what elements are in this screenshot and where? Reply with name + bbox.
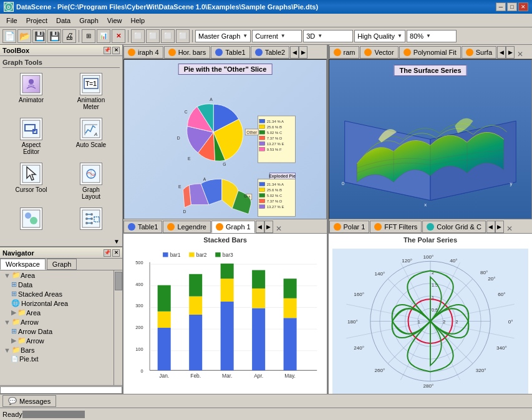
delete-button[interactable]: ✕	[112, 29, 125, 43]
animation-meter-tool[interactable]: T=1 AnimationMeter	[62, 70, 120, 113]
menu-view[interactable]: View	[104, 16, 126, 26]
top-left-scroll-left[interactable]: ◀	[290, 46, 299, 59]
graph-layout-tool[interactable]: GraphLayout	[62, 160, 120, 203]
bottom-right-scroll-right[interactable]: ▶	[495, 221, 504, 233]
menu-help[interactable]: Help	[127, 16, 148, 26]
tab-color-grid[interactable]: Color Grid & C	[422, 221, 486, 233]
layout2-button[interactable]: ⬜	[146, 29, 160, 43]
tree-item-data[interactable]: ⊞ Data	[0, 280, 114, 289]
menu-graph[interactable]: Graph	[75, 16, 102, 26]
navigator-close-button[interactable]: ✕	[112, 249, 120, 257]
zoom-dropdown[interactable]: 80% ▼	[407, 30, 457, 42]
cursor-tool-item[interactable]: Cursor Tool	[2, 160, 60, 203]
tab-legendre[interactable]: Legendre	[163, 221, 211, 233]
svg-text:E: E	[188, 156, 191, 161]
tab-polar1[interactable]: Polar 1	[329, 221, 370, 233]
tab-fft-filters[interactable]: FFT Filters	[370, 221, 422, 233]
tab-vector[interactable]: Vector	[360, 46, 398, 59]
vector-icon	[364, 49, 372, 56]
nodes-tool-item[interactable]	[62, 205, 120, 234]
tab-hor-bars[interactable]: Hor. bars	[164, 46, 211, 59]
tree-item-bars[interactable]: ▼ 📁 Bars	[0, 345, 114, 355]
status-bar: Ready	[0, 408, 532, 420]
toolbox-close-button[interactable]: ✕	[112, 47, 120, 54]
graph1-icon	[216, 223, 223, 231]
tab-polynomial[interactable]: Polynomial Fit	[399, 46, 461, 59]
animator-tool[interactable]: Animator	[2, 70, 60, 113]
zoom-tool-item[interactable]	[2, 205, 60, 234]
bottom-left-close[interactable]: ✕	[273, 224, 284, 233]
top-left-scroll-right[interactable]: ▶	[299, 46, 307, 59]
menu-file[interactable]: File	[2, 16, 21, 26]
quality-dropdown[interactable]: High Quality ▼	[354, 30, 405, 42]
tab-workspace[interactable]: Workspace	[0, 259, 46, 270]
top-right-scroll-left[interactable]: ◀	[497, 46, 506, 59]
svg-rect-64	[259, 205, 265, 209]
scroll-thumb[interactable]	[115, 272, 122, 290]
tab-table2[interactable]: Table2	[251, 46, 289, 59]
new-button[interactable]	[2, 29, 16, 43]
tab-table1-bottom[interactable]: Table1	[123, 221, 162, 233]
tree-item-arrow-data[interactable]: ⊞ Arrow Data	[0, 327, 114, 336]
tree-item-arrow[interactable]: ▼ 📁 Arrow	[0, 317, 114, 327]
tab-surfa[interactable]: Surfa	[462, 46, 496, 59]
bottom-left-scroll-left[interactable]: ◀	[256, 221, 264, 233]
navigator-pin-button[interactable]: 📌	[104, 249, 111, 257]
svg-text:240°: 240°	[354, 345, 364, 351]
igraph4-label: iraph 4	[138, 49, 159, 56]
toolbox-scroll-down[interactable]: ▼	[114, 238, 120, 245]
svg-point-20	[25, 212, 31, 219]
tree-scrollbar[interactable]	[114, 270, 122, 385]
toolbar-sep-3	[192, 30, 193, 42]
tab-table1-top[interactable]: Table1	[211, 46, 249, 59]
print-button[interactable]	[62, 29, 76, 43]
layout3-button[interactable]: ⬜	[161, 29, 175, 43]
dimension-dropdown[interactable]: 3D ▼	[303, 30, 353, 42]
aspect-editor-tool[interactable]: AspectEditor	[2, 115, 60, 158]
messages-tab[interactable]: 💬 Messages	[2, 395, 56, 407]
tab-graph1[interactable]: Graph 1	[211, 221, 255, 233]
close-button[interactable]: ✕	[518, 2, 528, 11]
tree-item-area[interactable]: ▼ 📁 Area	[0, 270, 114, 280]
maximize-button[interactable]: □	[507, 2, 517, 11]
tree-item-horizontal-area[interactable]: 🌐 Horizontal Area	[0, 298, 114, 308]
layout1-button[interactable]: ⬜	[131, 29, 145, 43]
menu-data[interactable]: Data	[52, 16, 74, 26]
save-button[interactable]	[32, 29, 46, 43]
table-button[interactable]: ⊞	[82, 29, 95, 43]
svg-rect-83	[189, 252, 194, 257]
title-text: DataScene - Pie(C:\Program Files\CyberWi…	[16, 3, 318, 11]
save-icon	[34, 31, 45, 41]
save-as-button[interactable]	[47, 29, 61, 43]
svg-rect-36	[259, 125, 265, 128]
tab-ram[interactable]: ram	[329, 46, 360, 59]
tree-item-arrow2[interactable]: ▶ 📁 Arrow	[0, 336, 114, 345]
minimize-button[interactable]: ─	[496, 2, 506, 11]
svg-text:Apr.: Apr.	[254, 373, 263, 379]
tree-item-pie-txt[interactable]: 📄 Pie.txt	[0, 355, 114, 363]
tree-item-stacked-areas[interactable]: ⊞ Stacked Areas	[0, 289, 114, 298]
bottom-right-scroll-left[interactable]: ◀	[486, 221, 495, 233]
open-button[interactable]	[17, 29, 31, 43]
auto-scale-tool[interactable]: A Auto Scale	[62, 115, 120, 158]
svg-text:0: 0	[342, 181, 345, 186]
tree-hscrollbar[interactable]	[0, 385, 122, 394]
bottom-right-close[interactable]: ✕	[504, 224, 515, 233]
top-right-close[interactable]: ✕	[515, 50, 526, 59]
svg-text:T=1: T=1	[85, 80, 97, 87]
hscroll-track[interactable]	[0, 386, 122, 394]
tab-igraph4[interactable]: iraph 4	[123, 46, 163, 59]
navigator-title: Navigator	[2, 249, 34, 257]
master-graph-dropdown[interactable]: Master Graph ▼	[195, 30, 251, 42]
menu-project[interactable]: Project	[22, 16, 51, 26]
tree-item-area2[interactable]: ▶ 📁 Area	[0, 308, 114, 317]
bottom-left-scroll-right[interactable]: ▶	[264, 221, 273, 233]
tab-graph[interactable]: Graph	[47, 259, 77, 270]
graph-button[interactable]: 📊	[97, 29, 110, 43]
toolbox-pin-button[interactable]: 📌	[104, 47, 111, 54]
layout4-button[interactable]: ⬜	[176, 29, 190, 43]
svg-rect-85	[215, 252, 220, 257]
current-dropdown[interactable]: Current ▼	[252, 30, 302, 42]
top-right-scroll-right[interactable]: ▶	[506, 46, 515, 59]
stacked-areas-icon: ⊞	[11, 290, 17, 298]
